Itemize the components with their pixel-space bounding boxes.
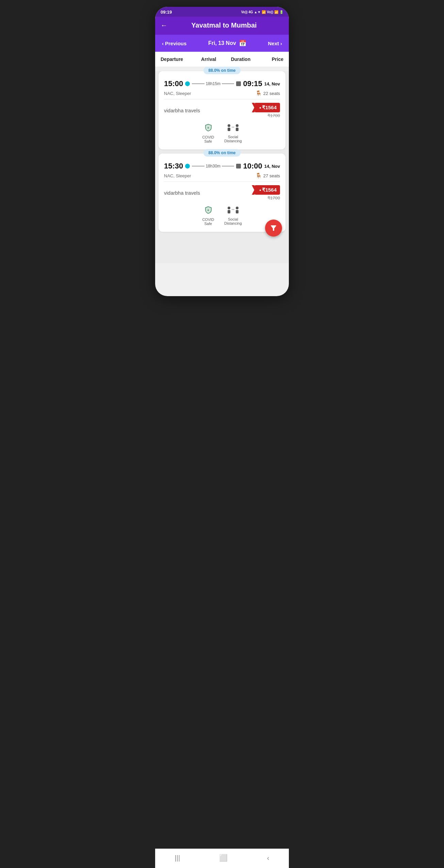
bus-type: NAC, Sleeper: [164, 91, 191, 96]
social-label: SocialDistancing: [224, 135, 242, 143]
current-date[interactable]: Fri, 13 Nov 📅: [208, 39, 246, 47]
arrival-date: 14, Nov: [264, 81, 280, 86]
on-time-label: 88.0% on time: [203, 67, 240, 74]
social-label: SocialDistancing: [224, 217, 242, 225]
status-icons: Vo)) 4G ▲▼ 📶 Vo)) 📶 🔋: [241, 10, 283, 14]
price-header: Price: [257, 57, 283, 62]
discount-price: ₹1564: [262, 187, 277, 193]
status-time: 09:19: [161, 10, 172, 15]
route-line: 18h15m: [192, 81, 234, 86]
discount-price-badge: • ₹1564: [254, 103, 280, 112]
covid-label: COVIDSafe: [202, 135, 214, 143]
operator-name: vidarbha travels: [164, 190, 200, 196]
departure-dot: [185, 164, 190, 168]
arrival-square: [236, 164, 241, 168]
arrival-header: Arrival: [193, 57, 225, 62]
line-right: [222, 166, 234, 166]
line-left: [192, 166, 204, 166]
on-time-label: 88.0% on time: [203, 149, 240, 157]
svg-rect-4: [236, 128, 239, 131]
bus-card[interactable]: 88.0% on time 15:30 18h30m 10:00 14, Nov…: [159, 154, 285, 232]
price-container: • ₹1564 ₹1700: [254, 185, 280, 200]
svg-point-3: [236, 124, 239, 127]
seat-icon: 🪑: [256, 173, 262, 179]
shield-icon: +: [204, 206, 212, 216]
previous-label: Previous: [165, 41, 186, 46]
duration-value: 18h15m: [206, 81, 220, 86]
seats-info: 🪑 22 seats: [256, 90, 280, 96]
original-price: ₹1700: [267, 195, 280, 200]
svg-text:+: +: [207, 208, 209, 212]
on-time-badge: 88.0% on time: [159, 67, 285, 74]
social-distancing-icon: ↔: [226, 206, 240, 216]
seat-icon: 🪑: [256, 90, 262, 96]
svg-rect-10: [236, 210, 239, 213]
line-left: [192, 83, 204, 84]
seat-count: 27 seats: [263, 173, 280, 178]
operator-name: vidarbha travels: [164, 108, 200, 113]
departure-time: 15:30: [164, 162, 183, 171]
svg-rect-2: [228, 128, 230, 131]
social-distancing-icon: ↔: [226, 124, 240, 133]
shield-icon: +: [204, 124, 212, 134]
arrival-date: 14, Nov: [264, 164, 280, 169]
svg-point-9: [236, 207, 239, 209]
covid-label: COVIDSafe: [202, 218, 214, 226]
amenities-row: + COVIDSafe ↔ So: [159, 120, 285, 145]
departure-dot: [185, 81, 190, 86]
covid-safe-amenity: + COVIDSafe: [202, 124, 214, 143]
svg-point-7: [228, 207, 230, 209]
seat-row: NAC, Sleeper 🪑 22 seats: [159, 88, 285, 99]
social-distancing-amenity: ↔ SocialDistancing: [224, 124, 242, 143]
discount-price: ₹1564: [262, 105, 277, 111]
svg-point-1: [228, 124, 230, 127]
seats-info: 🪑 27 seats: [256, 173, 280, 179]
seat-row: NAC, Sleeper 🪑 27 seats: [159, 171, 285, 181]
departure-time: 15:00: [164, 79, 183, 88]
svg-text:↔: ↔: [231, 125, 235, 129]
arrival-square: [236, 81, 241, 86]
next-chevron-icon: ›: [280, 41, 282, 46]
svg-text:+: +: [207, 126, 209, 130]
next-label: Next: [268, 41, 279, 46]
column-headers: Departure Arrival Duration Price: [155, 52, 289, 67]
duration-value: 18h30m: [206, 164, 220, 168]
covid-safe-amenity: + COVIDSafe: [202, 206, 214, 226]
bus-type: NAC, Sleeper: [164, 173, 191, 178]
status-bar: 09:19 Vo)) 4G ▲▼ 📶 Vo)) 📶 🔋: [155, 7, 289, 17]
next-date-button[interactable]: Next ›: [268, 41, 282, 46]
route-line: 18h30m: [192, 164, 234, 168]
filter-icon: [269, 224, 278, 232]
dot-indicator: •: [259, 105, 261, 111]
social-distancing-amenity: ↔ SocialDistancing: [224, 206, 242, 226]
duration-header: Duration: [225, 57, 257, 62]
filter-button[interactable]: [265, 220, 282, 237]
bus-card[interactable]: 88.0% on time 15:00 18h15m 09:15 14, Nov…: [159, 71, 285, 149]
route-row: 15:00 18h15m 09:15 14, Nov: [159, 79, 285, 88]
page-title: Yavatmal to Mumbai: [171, 21, 277, 29]
price-container: • ₹1564 ₹1700: [254, 103, 280, 118]
phone-frame: 09:19 Vo)) 4G ▲▼ 📶 Vo)) 📶 🔋 ← Yavatmal t…: [155, 7, 289, 296]
price-row: vidarbha travels • ₹1564 ₹1700: [159, 99, 285, 120]
calendar-icon: 📅: [239, 39, 246, 47]
discount-price-badge: • ₹1564: [254, 185, 280, 195]
route-row: 15:30 18h30m 10:00 14, Nov: [159, 161, 285, 171]
seat-count: 22 seats: [263, 91, 280, 96]
departure-header: Departure: [161, 57, 193, 62]
line-right: [222, 83, 234, 84]
prev-chevron-icon: ‹: [162, 41, 164, 46]
price-row: vidarbha travels • ₹1564 ₹1700: [159, 182, 285, 203]
svg-rect-8: [228, 210, 230, 213]
date-label: Fri, 13 Nov: [208, 40, 236, 46]
arrival-time: 09:15: [243, 79, 262, 88]
back-button[interactable]: ←: [161, 21, 167, 29]
arrival-time: 10:00: [243, 162, 262, 171]
on-time-badge: 88.0% on time: [159, 149, 285, 157]
previous-date-button[interactable]: ‹ Previous: [162, 41, 186, 46]
header: ← Yavatmal to Mumbai: [155, 17, 289, 35]
original-price: ₹1700: [267, 113, 280, 118]
dot-indicator: •: [259, 187, 261, 193]
svg-text:↔: ↔: [231, 207, 235, 212]
amenities-row: + COVIDSafe ↔ So: [159, 203, 285, 227]
content-area: 88.0% on time 15:00 18h15m 09:15 14, Nov…: [155, 71, 289, 263]
